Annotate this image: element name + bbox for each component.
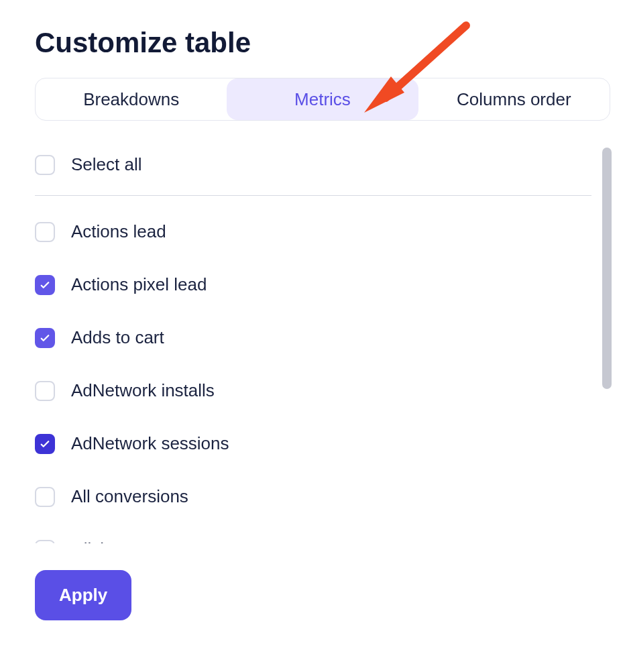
- list-item: Clicks: [35, 533, 591, 543]
- tab-columns-order[interactable]: Columns order: [418, 78, 610, 120]
- list-item: AdNetwork installs: [35, 374, 591, 408]
- tab-metrics[interactable]: Metrics: [227, 78, 418, 120]
- page-title: Customize table: [35, 27, 590, 59]
- metrics-list: Actions lead Actions pixel lead Adds to …: [35, 215, 591, 543]
- metric-checkbox-adnetwork-installs[interactable]: [35, 381, 55, 401]
- list-item: Actions pixel lead: [35, 268, 591, 302]
- metric-label: AdNetwork installs: [71, 380, 215, 401]
- list-item: Actions lead: [35, 215, 591, 249]
- tab-breakdowns[interactable]: Breakdowns: [36, 78, 227, 120]
- metrics-panel: Select all Actions lead Actions pixel le…: [35, 148, 612, 543]
- metric-label: Actions pixel lead: [71, 274, 207, 295]
- list-item: Adds to cart: [35, 321, 591, 355]
- select-all-label: Select all: [71, 154, 142, 175]
- metrics-scroll-region[interactable]: Select all Actions lead Actions pixel le…: [35, 148, 591, 543]
- scrollbar-thumb[interactable]: [602, 148, 612, 389]
- divider: [35, 195, 591, 196]
- metric-checkbox-adnetwork-sessions[interactable]: [35, 434, 55, 454]
- metric-label: AdNetwork sessions: [71, 433, 229, 454]
- check-icon: [39, 332, 51, 344]
- metric-label: All conversions: [71, 486, 188, 507]
- check-icon: [39, 438, 51, 450]
- check-icon: [39, 279, 51, 291]
- metric-label: Clicks: [71, 539, 117, 543]
- scrollbar-track[interactable]: [602, 148, 612, 543]
- metric-checkbox-clicks[interactable]: [35, 540, 55, 544]
- select-all-row: Select all: [35, 148, 591, 182]
- apply-button[interactable]: Apply: [35, 570, 131, 620]
- metric-checkbox-actions-pixel-lead[interactable]: [35, 275, 55, 295]
- metric-checkbox-actions-lead[interactable]: [35, 222, 55, 242]
- metric-checkbox-adds-to-cart[interactable]: [35, 328, 55, 348]
- metric-label: Adds to cart: [71, 327, 164, 348]
- tabs-container: Breakdowns Metrics Columns order: [35, 78, 610, 121]
- list-item: AdNetwork sessions: [35, 427, 591, 461]
- metric-label: Actions lead: [71, 221, 166, 242]
- select-all-checkbox[interactable]: [35, 155, 55, 175]
- metric-checkbox-all-conversions[interactable]: [35, 487, 55, 507]
- list-item: All conversions: [35, 480, 591, 514]
